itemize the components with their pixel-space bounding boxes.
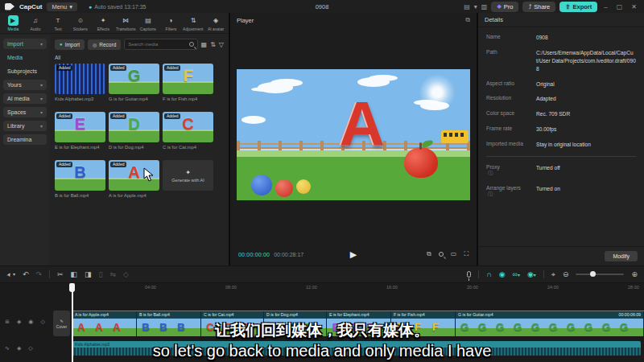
compare-frame-icon[interactable]: ⧉ <box>427 250 431 258</box>
media-item[interactable]: AddedKids Alphabet.mp3 <box>55 64 105 101</box>
tab-filters[interactable]: ◑Filters <box>159 15 182 31</box>
video-thumbnail[interactable]: BAdded <box>55 160 105 191</box>
select-tool-icon[interactable]: ➤ <box>5 271 12 278</box>
sidebar-item-dreamina[interactable]: Dreamina <box>3 134 47 145</box>
clip-thumbnails: BBB <box>137 319 200 336</box>
video-track-mute-icon[interactable]: ◇ <box>40 319 44 325</box>
video-track-hide-icon[interactable]: ◉ <box>28 319 33 325</box>
window-close-button[interactable]: ✕ <box>629 3 639 10</box>
tab-audio[interactable]: ♫Audio <box>24 15 47 31</box>
export-button[interactable]: ⇧ Export <box>559 2 597 12</box>
keyframe-icon[interactable]: ◇ <box>123 271 129 278</box>
sidebar-item-spaces[interactable]: Spaces▾ <box>3 107 47 117</box>
video-thumbnail[interactable]: CAdded <box>163 112 213 142</box>
timeline-clip-e[interactable]: E is for Elephant.mp4EEE <box>327 311 391 336</box>
details-toggle-row[interactable]: ProxyⓘTurned off <box>486 164 636 177</box>
timeline-clip-a[interactable]: A is for Apple.mp4AAA <box>72 311 137 336</box>
sort-icon[interactable]: ⇅ <box>210 41 216 48</box>
tab-captions[interactable]: ▤Captions <box>137 15 159 31</box>
media-item[interactable]: DAddedD is for Dog.mp4 <box>109 112 159 150</box>
audio-thumbnail[interactable]: Added <box>55 64 105 94</box>
audio-track-lock-icon[interactable]: ◈ <box>17 345 21 352</box>
video-thumbnail[interactable]: EAdded <box>55 112 105 142</box>
ratio-icon[interactable]: ▭ <box>451 250 457 258</box>
audio-track-icon[interactable]: ∿ <box>5 345 10 352</box>
preview-axis-toggle-icon[interactable]: ∞▾ <box>513 271 520 278</box>
timeline-clip-c[interactable]: C is for Cat.mp4CCC <box>201 311 264 336</box>
timeline-zoom-slider[interactable] <box>576 274 624 275</box>
sidebar-item-yours[interactable]: Yours▾ <box>3 80 47 90</box>
playhead[interactable] <box>72 283 73 362</box>
record-button[interactable]: ◎ Record <box>88 39 121 50</box>
tab-ai-avatar[interactable]: ◈AI avatar <box>204 15 227 31</box>
sidebar-item-library[interactable]: Library▾ <box>3 121 47 131</box>
cover-button[interactable]: ✎ Cover <box>53 311 70 336</box>
sidebar-item-media[interactable]: Media <box>3 52 47 63</box>
media-item[interactable]: CAddedC is for Cat.mp4 <box>163 112 213 150</box>
sidebar-item-subprojects[interactable]: Subprojects <box>3 66 47 76</box>
modify-button[interactable]: Modify <box>605 251 638 261</box>
layout-toggle-a-icon[interactable]: ▤ <box>464 3 470 10</box>
video-preview[interactable]: A <box>237 69 470 200</box>
track-reorder-icon[interactable]: ≣ <box>5 319 10 325</box>
split-icon[interactable]: ✂ <box>57 271 64 278</box>
audio-track-mute-icon[interactable]: ◇ <box>28 345 32 352</box>
layout-caret-icon[interactable]: ▾ <box>474 3 477 10</box>
video-thumbnail[interactable]: DAdded <box>109 112 159 142</box>
search-input[interactable] <box>128 42 186 47</box>
snap-icon[interactable]: ∩ <box>486 271 491 278</box>
window-minimize-button[interactable]: – <box>601 3 609 10</box>
media-item[interactable]: EAddedE is for Elephant.mp4 <box>55 112 105 150</box>
fullscreen-icon[interactable]: ⛶ <box>464 250 469 258</box>
zoom-out-icon[interactable]: ⊖ <box>563 271 569 278</box>
sidebar-item-import[interactable]: Import▾ <box>3 39 47 49</box>
preview-zoom-icon[interactable] <box>439 252 444 257</box>
view-mode-icon[interactable]: ▦ <box>201 41 208 48</box>
video-thumbnail[interactable]: FAdded <box>163 64 213 94</box>
zoom-in-icon[interactable]: ⊕ <box>631 271 638 278</box>
generate-with-ai-card[interactable]: ✦Generate with AI <box>163 160 213 191</box>
tab-text[interactable]: TText <box>47 15 69 31</box>
redo-icon[interactable]: ↷ <box>35 271 42 278</box>
tab-adjustment[interactable]: ⇅Adjustment <box>182 15 204 31</box>
delete-left-icon[interactable]: ◧ <box>71 271 78 278</box>
voiceover-mic-icon[interactable] <box>467 271 471 278</box>
preview-axis-icon[interactable]: ⌖ <box>551 271 555 278</box>
tab-label: Media <box>7 27 19 31</box>
mirror-icon[interactable]: ⇋ <box>110 271 117 278</box>
search-box[interactable] <box>124 39 197 50</box>
tab-stickers[interactable]: ☺Stickers <box>69 15 92 31</box>
layout-toggle-b-icon[interactable]: ▥ <box>481 3 488 10</box>
play-button[interactable]: ▶ <box>350 249 357 260</box>
timeline-clip-d[interactable]: D is for Dog.mp4DDD <box>264 311 327 336</box>
media-item[interactable]: GAddedG is for Guitar.mp4 <box>109 64 159 101</box>
delete-icon[interactable]: ▯ <box>99 271 103 278</box>
player-expand-icon[interactable]: ⧉ <box>465 16 470 24</box>
delete-right-icon[interactable]: ◨ <box>85 271 92 278</box>
filter-icon[interactable]: ▽ <box>219 41 224 48</box>
timeline-ruler[interactable]: 04:0008:0012:0016:0020:0024:0028:00 <box>72 283 644 293</box>
pro-button[interactable]: ◆ Pro <box>491 2 518 12</box>
timeline-clip-g[interactable]: G is for Guitar.mp400:00:06:09GGGGGGGGGG <box>456 311 644 336</box>
linking-icon[interactable]: ◉ <box>499 271 506 278</box>
share-button[interactable]: ⤴ Share <box>522 2 555 12</box>
tab-effects[interactable]: ✦Effects <box>92 15 114 31</box>
undo-icon[interactable]: ↶ <box>23 271 29 278</box>
video-thumbnail[interactable]: GAdded <box>109 64 159 94</box>
import-button[interactable]: ● Import <box>55 39 85 50</box>
timeline-clip-b[interactable]: B is for Ball.mp4BBB <box>137 311 201 336</box>
track-options-icon[interactable]: ◉▾ <box>527 271 536 278</box>
timeline-clip-f[interactable]: F is for Fish.mp4FFF <box>391 311 456 336</box>
tab-media[interactable]: ▶Media <box>2 15 24 31</box>
media-item[interactable]: FAddedF is for Fish.mp4 <box>163 64 213 101</box>
zoom-slider-knob[interactable] <box>590 271 596 277</box>
select-tool-caret-icon[interactable]: ▾ <box>13 272 15 277</box>
tab-transitions[interactable]: ⋈Transitions <box>114 15 137 31</box>
window-maximize-button[interactable]: ▢ <box>614 3 625 10</box>
menu-button[interactable]: Menu ▾ <box>47 2 77 11</box>
sidebar-item-ai-media[interactable]: AI media▾ <box>3 93 47 104</box>
video-track-lock-icon[interactable]: ◈ <box>17 319 21 325</box>
audio-clip[interactable]: Kids Alphabet.mp3 <box>72 341 641 356</box>
details-toggle-row[interactable]: Arrange layersⓘTurned on <box>486 185 636 198</box>
media-item[interactable]: BAddedB is for Ball.mp4 <box>55 160 105 198</box>
